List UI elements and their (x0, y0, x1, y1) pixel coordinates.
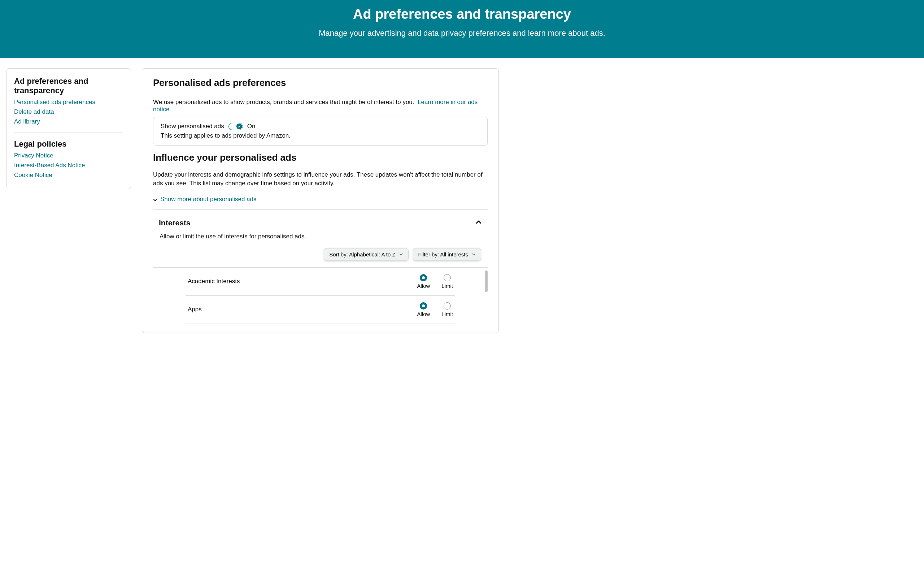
allow-radio[interactable]: Allow (417, 302, 430, 317)
interest-list: Academic Interests Allow Limit Apps (153, 267, 488, 324)
section-heading-influence: Influence your personalised ads (153, 152, 488, 163)
sort-label: Sort by: Alphabetical: A to Z (329, 251, 395, 257)
interests-title: Interests (159, 218, 190, 227)
allow-radio[interactable]: Allow (417, 274, 430, 289)
interest-name: Apps (188, 306, 202, 313)
sidebar-divider (14, 132, 123, 133)
influence-body-text: Update your interests and demographic in… (153, 170, 488, 188)
chevron-up-icon (476, 219, 482, 227)
section-heading-personalised-ads: Personalised ads preferences (153, 77, 488, 89)
intro-text: We use personalized ads to show products… (153, 99, 488, 113)
sidebar-link-privacy-notice[interactable]: Privacy Notice (14, 152, 123, 160)
toggle-label: Show personalised ads (160, 123, 224, 130)
interest-item: Academic Interests Allow Limit (186, 268, 455, 296)
filter-row: Sort by: Alphabetical: A to Z Filter by:… (153, 248, 488, 267)
interests-subtitle: Allow or limit the use of interests for … (153, 233, 488, 248)
limit-radio[interactable]: Limit (441, 274, 453, 289)
interest-item: Apps Allow Limit (186, 296, 455, 324)
intro-text-body: We use personalized ads to show products… (153, 99, 414, 105)
page-subtitle: Manage your advertising and data privacy… (7, 29, 917, 38)
check-icon (237, 125, 241, 128)
sidebar-link-interest-based-ads-notice[interactable]: Interest-Based Ads Notice (14, 161, 123, 170)
page-title: Ad preferences and transparency (7, 6, 917, 22)
personalised-ads-toggle-box: Show personalised ads On This setting ap… (153, 117, 488, 146)
toggle-note: This setting applies to ads provided by … (160, 132, 480, 139)
interests-accordion-header[interactable]: Interests (153, 210, 488, 233)
sidebar-link-personalised-ads[interactable]: Personalised ads preferences (14, 98, 123, 107)
show-more-label: Show more about personalised ads (160, 196, 256, 203)
filter-label: Filter by: All interests (418, 251, 468, 257)
chevron-down-icon (472, 253, 476, 256)
toggle-knob (236, 123, 242, 129)
radio-unselected-icon (444, 302, 451, 310)
hero-banner: Ad preferences and transparency Manage y… (0, 0, 924, 58)
chevron-down-icon (153, 197, 158, 202)
radio-selected-icon (420, 274, 427, 281)
radio-selected-icon (420, 302, 427, 310)
sidebar-section-title-legal: Legal policies (14, 139, 123, 149)
sidebar-link-cookie-notice[interactable]: Cookie Notice (14, 171, 123, 179)
radio-allow-label: Allow (417, 311, 430, 317)
sidebar-link-ad-library[interactable]: Ad library (14, 118, 123, 126)
sidebar-link-delete-ad-data[interactable]: Delete ad data (14, 108, 123, 116)
main-content: Personalised ads preferences We use pers… (142, 68, 499, 333)
personalised-ads-toggle[interactable] (228, 123, 243, 130)
toggle-state: On (247, 123, 255, 130)
radio-limit-label: Limit (441, 311, 453, 317)
chevron-down-icon (399, 253, 403, 256)
radio-limit-label: Limit (441, 283, 453, 289)
sort-dropdown[interactable]: Sort by: Alphabetical: A to Z (324, 248, 408, 261)
sidebar: Ad preferences and transparency Personal… (6, 68, 131, 333)
show-more-expander[interactable]: Show more about personalised ads (153, 196, 488, 210)
sidebar-section-title-prefs: Ad preferences and transparency (14, 77, 123, 95)
radio-allow-label: Allow (417, 283, 430, 289)
interest-name: Academic Interests (188, 278, 240, 285)
scrollbar[interactable] (485, 271, 488, 292)
filter-dropdown[interactable]: Filter by: All interests (413, 248, 481, 261)
limit-radio[interactable]: Limit (441, 302, 453, 317)
radio-unselected-icon (444, 274, 451, 281)
